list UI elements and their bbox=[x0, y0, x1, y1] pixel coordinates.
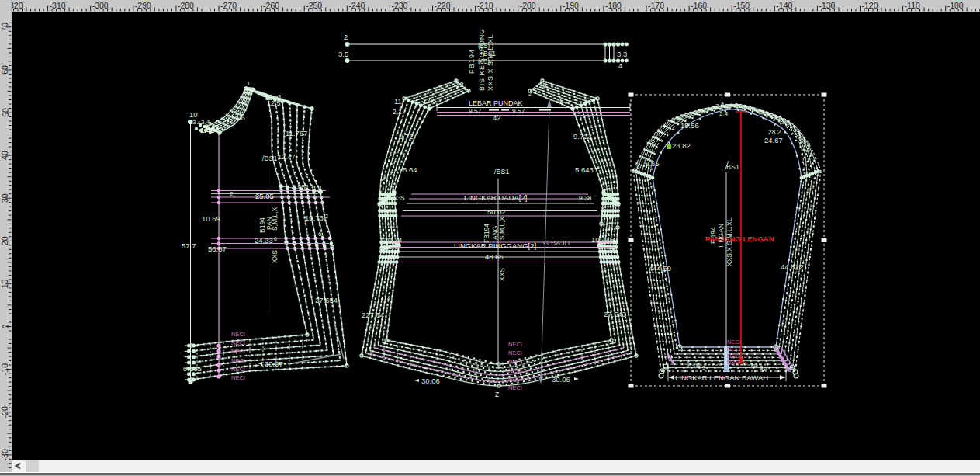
svg-text:110.74: 110.74 bbox=[380, 235, 402, 244]
svg-text:44.812: 44.812 bbox=[781, 262, 803, 271]
svg-text:9: 9 bbox=[764, 367, 767, 372]
svg-text:12.5: 12.5 bbox=[422, 96, 437, 105]
svg-text:15.56: 15.56 bbox=[680, 121, 699, 130]
svg-text:-20: -20 bbox=[1, 406, 10, 418]
svg-text:3: 3 bbox=[445, 89, 448, 94]
svg-text:10.745: 10.745 bbox=[591, 235, 614, 244]
svg-text:F 194: F 194 bbox=[709, 227, 717, 244]
svg-text:+BS1: +BS1 bbox=[480, 50, 496, 57]
svg-text:10.69: 10.69 bbox=[202, 214, 220, 223]
svg-text:2: 2 bbox=[230, 190, 234, 197]
svg-text:-100: -100 bbox=[947, 1, 964, 10]
svg-text:2: 2 bbox=[438, 85, 442, 92]
svg-text:-130: -130 bbox=[819, 1, 835, 10]
svg-text:FB194: FB194 bbox=[483, 224, 490, 243]
svg-text:3: 3 bbox=[192, 119, 196, 126]
svg-text:70: 70 bbox=[1, 23, 10, 32]
svg-text:5.643: 5.643 bbox=[575, 165, 594, 174]
svg-text:6: 6 bbox=[318, 231, 322, 238]
svg-text:NECI: NECI bbox=[508, 349, 522, 356]
svg-text:7: 7 bbox=[715, 102, 719, 109]
svg-text:NECI: NECI bbox=[727, 339, 741, 346]
svg-text:8.951: 8.951 bbox=[292, 183, 310, 191]
svg-text:-210: -210 bbox=[477, 1, 493, 10]
svg-text:14: 14 bbox=[692, 360, 701, 369]
svg-text:NECI: NECI bbox=[231, 357, 245, 364]
svg-text:-110: -110 bbox=[905, 1, 920, 10]
svg-text:-290: -290 bbox=[135, 1, 151, 10]
svg-text:S,M,L,X: S,M,L,X bbox=[498, 216, 506, 240]
svg-text:16: 16 bbox=[538, 81, 547, 89]
svg-text:2,1: 2,1 bbox=[393, 108, 402, 116]
svg-text:24.67: 24.67 bbox=[764, 136, 783, 144]
svg-text:-10: -10 bbox=[1, 363, 10, 375]
svg-text:3.5: 3.5 bbox=[338, 50, 348, 58]
svg-text:NECI: NECI bbox=[508, 376, 522, 383]
svg-text:1: 1 bbox=[725, 102, 729, 109]
svg-text:10: 10 bbox=[189, 110, 198, 119]
svg-text:24.33: 24.33 bbox=[255, 236, 273, 245]
svg-text:30.07: 30.07 bbox=[265, 360, 283, 368]
svg-text:25.05: 25.05 bbox=[255, 192, 274, 200]
svg-text:7: 7 bbox=[383, 199, 387, 206]
svg-text:6: 6 bbox=[274, 236, 277, 241]
svg-text:XXS: XXS bbox=[271, 250, 279, 263]
svg-text:S,M,L,X: S,M,L,X bbox=[271, 207, 279, 231]
svg-text:Z: Z bbox=[495, 391, 499, 398]
svg-text:-30: -30 bbox=[1, 449, 10, 460]
svg-text:27.643: 27.643 bbox=[604, 310, 626, 318]
svg-text:NECI: NECI bbox=[508, 358, 522, 365]
svg-text:-260: -260 bbox=[263, 1, 279, 10]
svg-text:NECI: NECI bbox=[231, 366, 245, 373]
svg-text:-270: -270 bbox=[220, 1, 237, 10]
svg-text:/BS1: /BS1 bbox=[262, 155, 278, 162]
svg-text:40: 40 bbox=[1, 151, 10, 160]
svg-text:NECI: NECI bbox=[231, 348, 245, 355]
svg-text:9.65: 9.65 bbox=[645, 159, 660, 168]
svg-text:LINGKAR LENGAN BAWAH: LINGKAR LENGAN BAWAH bbox=[675, 374, 768, 382]
svg-text:a: a bbox=[721, 101, 724, 106]
svg-text:2.4: 2.4 bbox=[719, 110, 729, 117]
svg-text:9.72: 9.72 bbox=[399, 132, 414, 141]
svg-text:-170: -170 bbox=[648, 1, 664, 10]
svg-text:-180: -180 bbox=[605, 1, 622, 10]
svg-text:28.2: 28.2 bbox=[768, 128, 781, 136]
svg-text:10: 10 bbox=[1, 279, 10, 288]
svg-text:9.35: 9.35 bbox=[392, 194, 405, 202]
svg-text:3: 3 bbox=[281, 99, 284, 104]
svg-text:(65): (65) bbox=[478, 42, 490, 50]
svg-text:NECI: NECI bbox=[231, 339, 245, 346]
svg-text:30.06: 30.06 bbox=[552, 375, 570, 384]
svg-text:27.654: 27.654 bbox=[315, 296, 338, 304]
svg-text:XXS,X S,M,L,XL: XXS,X S,M,L,XL bbox=[725, 217, 733, 266]
svg-text:4: 4 bbox=[197, 120, 200, 126]
svg-text:12.47: 12.47 bbox=[278, 153, 296, 161]
svg-text:T NGAN: T NGAN bbox=[717, 224, 725, 248]
svg-text:56.57: 56.57 bbox=[208, 245, 227, 253]
svg-text:-240: -240 bbox=[348, 1, 365, 10]
svg-text:57.7: 57.7 bbox=[182, 241, 196, 250]
svg-text:9.57: 9.57 bbox=[469, 107, 482, 115]
svg-text:/BS1: /BS1 bbox=[494, 168, 510, 175]
svg-text:-120: -120 bbox=[862, 1, 878, 10]
svg-text:23.82: 23.82 bbox=[672, 141, 691, 150]
svg-text:-310: -310 bbox=[50, 1, 66, 10]
svg-text:LEBAR PUNDAK: LEBAR PUNDAK bbox=[469, 99, 523, 107]
svg-text:2: 2 bbox=[325, 214, 328, 219]
svg-text:-190: -190 bbox=[563, 1, 579, 10]
svg-text:8: 8 bbox=[636, 163, 640, 170]
svg-text:42: 42 bbox=[493, 113, 501, 122]
svg-text:2: 2 bbox=[528, 90, 532, 97]
svg-text:NECI: NECI bbox=[727, 346, 741, 353]
svg-text:60: 60 bbox=[1, 65, 10, 75]
svg-text:NECI: NECI bbox=[727, 353, 741, 360]
svg-text:G BAJU: G BAJU bbox=[543, 238, 570, 247]
svg-text:30.06: 30.06 bbox=[421, 377, 440, 385]
svg-text:227.64: 227.64 bbox=[362, 311, 384, 319]
svg-text:-200: -200 bbox=[520, 1, 536, 10]
svg-text:-300: -300 bbox=[92, 1, 109, 10]
svg-text:LINGKAR PINGGANG[2]: LINGKAR PINGGANG[2] bbox=[454, 241, 536, 250]
svg-text:3.3: 3.3 bbox=[617, 50, 627, 58]
svg-text:9.723: 9.723 bbox=[573, 132, 592, 141]
svg-text:9.38: 9.38 bbox=[579, 194, 592, 202]
